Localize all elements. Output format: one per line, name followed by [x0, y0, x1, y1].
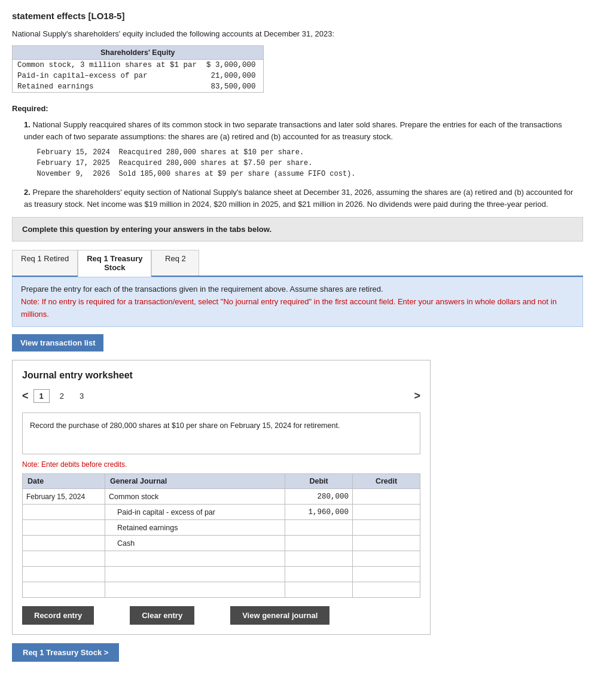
row2-account[interactable]: Retained earnings: [105, 520, 285, 536]
row5-debit[interactable]: [285, 567, 353, 582]
col-header-general-journal: General Journal: [105, 474, 285, 489]
row5-date: [23, 567, 105, 582]
row0-credit[interactable]: [353, 489, 420, 505]
equity-row-0: Common stock, 3 million shares at $1 par…: [13, 60, 263, 71]
req1-transactions: February 15, 2024 Reacquired 280,000 sha…: [24, 147, 583, 179]
prev-page-button[interactable]: <: [22, 390, 29, 402]
journal-card: Journal entry worksheet < 1 2 3 > Record…: [12, 360, 431, 635]
journal-note: Note: Enter debits before credits.: [22, 460, 420, 469]
row2-credit[interactable]: [353, 520, 420, 536]
journal-row-3: Cash: [23, 536, 420, 551]
row3-date: [23, 536, 105, 551]
req2-num: 2.: [24, 188, 30, 197]
info-box: Prepare the entry for each of the transa…: [12, 277, 583, 327]
tab-req2[interactable]: Req 2: [151, 250, 199, 276]
bottom-bar: Req 1 Treasury Stock >: [12, 643, 583, 662]
row4-credit[interactable]: [353, 551, 420, 567]
required-label: Required:: [12, 104, 583, 113]
info-note: Note: If no entry is required for a tran…: [21, 297, 557, 319]
row6-credit[interactable]: [353, 582, 420, 598]
equity-table: Shareholders' Equity Common stock, 3 mil…: [13, 46, 263, 92]
journal-row-4: [23, 551, 420, 567]
equity-label-0: Common stock, 3 million shares at $1 par: [13, 60, 202, 71]
row4-account[interactable]: [105, 551, 285, 567]
journal-row-1: Paid-in capital - excess of par 1,960,00…: [23, 505, 420, 520]
row2-debit[interactable]: [285, 520, 353, 536]
req1-text: National Supply reacquired shares of its…: [24, 120, 562, 141]
clear-entry-button[interactable]: Clear entry: [130, 606, 194, 625]
journal-row-5: [23, 567, 420, 582]
equity-table-header: Shareholders' Equity: [13, 46, 263, 60]
equity-table-wrapper: Shareholders' Equity Common stock, 3 mil…: [12, 45, 264, 93]
page-title: statement effects [LO18-5]: [12, 11, 583, 21]
row0-date: February 15, 2024: [23, 489, 105, 505]
equity-label-1: Paid-in capital–excess of par: [13, 71, 202, 81]
page-1[interactable]: 1: [33, 389, 50, 403]
row0-debit[interactable]: 280,000: [285, 489, 353, 505]
req1-treasury-bottom-button[interactable]: Req 1 Treasury Stock >: [12, 643, 119, 662]
row4-date: [23, 551, 105, 567]
journal-buttons: Record entry Clear entry View general jo…: [22, 606, 420, 625]
transaction-description: Record the purchase of 280,000 shares at…: [22, 412, 420, 454]
row6-account[interactable]: [105, 582, 285, 598]
equity-value-1: 21,000,000: [202, 71, 263, 81]
view-general-journal-button[interactable]: View general journal: [230, 606, 329, 625]
equity-value-0: $ 3,000,000: [202, 60, 263, 71]
journal-row-0: February 15, 2024 Common stock 280,000: [23, 489, 420, 505]
equity-value-2: 83,500,000: [202, 81, 263, 92]
journal-row-2: Retained earnings: [23, 520, 420, 536]
row1-date: [23, 505, 105, 520]
next-page-button[interactable]: >: [414, 390, 420, 402]
req2-block: 2. Prepare the shareholders' equity sect…: [24, 187, 583, 210]
equity-row-1: Paid-in capital–excess of par 21,000,000: [13, 71, 263, 81]
row6-debit[interactable]: [285, 582, 353, 598]
intro-text: National Supply's shareholders' equity i…: [12, 29, 583, 38]
page-3[interactable]: 3: [74, 390, 89, 402]
tabs-wrapper: Req 1 Retired Req 1 TreasuryStock Req 2: [12, 250, 583, 277]
equity-row-2: Retained earnings 83,500,000: [13, 81, 263, 92]
col-header-debit: Debit: [285, 474, 353, 489]
complete-box: Complete this question by entering your …: [12, 217, 583, 242]
row1-debit[interactable]: 1,960,000: [285, 505, 353, 520]
description-text: Record the purchase of 280,000 shares at…: [30, 421, 340, 430]
journal-table: Date General Journal Debit Credit Februa…: [22, 473, 420, 598]
row5-credit[interactable]: [353, 567, 420, 582]
req1-block: 1. National Supply reacquired shares of …: [24, 119, 583, 179]
journal-row-6: [23, 582, 420, 598]
equity-label-2: Retained earnings: [13, 81, 202, 92]
row3-account[interactable]: Cash: [105, 536, 285, 551]
req1-num: 1.: [24, 120, 30, 129]
view-transaction-list-button[interactable]: View transaction list: [12, 334, 103, 351]
page-2[interactable]: 2: [54, 390, 69, 402]
row3-debit[interactable]: [285, 536, 353, 551]
col-header-credit: Credit: [353, 474, 420, 489]
row1-credit[interactable]: [353, 505, 420, 520]
tab-req1-treasury[interactable]: Req 1 TreasuryStock: [78, 250, 151, 277]
bottom-btn-label: Req 1 Treasury Stock: [23, 648, 102, 657]
info-main: Prepare the entry for each of the transa…: [21, 285, 383, 294]
pagination: < 1 2 3 >: [22, 389, 420, 403]
row2-date: [23, 520, 105, 536]
row4-debit[interactable]: [285, 551, 353, 567]
row6-date: [23, 582, 105, 598]
bottom-btn-arrow: >: [104, 648, 109, 657]
tab-req1-retired[interactable]: Req 1 Retired: [12, 250, 78, 276]
row0-account[interactable]: Common stock: [105, 489, 285, 505]
row1-account[interactable]: Paid-in capital - excess of par: [105, 505, 285, 520]
journal-card-title: Journal entry worksheet: [22, 370, 420, 381]
row5-account[interactable]: [105, 567, 285, 582]
row3-credit[interactable]: [353, 536, 420, 551]
col-header-date: Date: [23, 474, 105, 489]
req2-text: Prepare the shareholders' equity section…: [24, 188, 573, 209]
record-entry-button[interactable]: Record entry: [22, 606, 94, 625]
